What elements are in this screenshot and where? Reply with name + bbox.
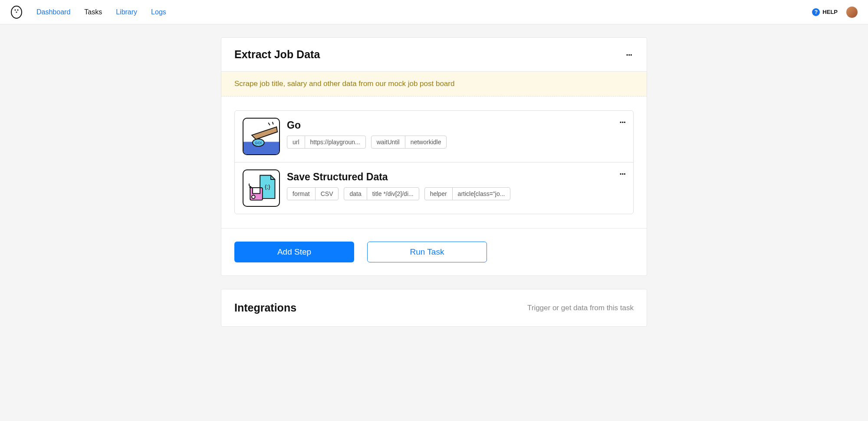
nav-library[interactable]: Library bbox=[116, 8, 137, 16]
add-step-button[interactable]: Add Step bbox=[234, 242, 354, 262]
param-waituntil[interactable]: waitUntil networkidle bbox=[371, 136, 447, 149]
svg-text:GO!: GO! bbox=[255, 141, 262, 145]
svg-text:{;}: {;} bbox=[265, 183, 270, 190]
integrations-card: Integrations Trigger or get data from th… bbox=[221, 289, 647, 327]
steps-container: GO! Go url https://playgroun... bbox=[221, 96, 647, 228]
param-format[interactable]: format CSV bbox=[287, 187, 339, 200]
param-data[interactable]: data title */div[2]/di... bbox=[344, 187, 419, 200]
svg-line-7 bbox=[273, 122, 273, 125]
step-params: format CSV data title */div[2]/di... hel… bbox=[287, 187, 625, 200]
nav-dashboard[interactable]: Dashboard bbox=[36, 8, 70, 16]
user-avatar[interactable] bbox=[846, 7, 858, 18]
param-value: article[class="jo... bbox=[453, 188, 510, 200]
step-more-button[interactable]: ··· bbox=[619, 169, 625, 178]
svg-point-1 bbox=[15, 9, 16, 10]
task-description-banner[interactable]: Scrape job title, salary and other data … bbox=[221, 72, 647, 96]
step-save-structured-data[interactable]: {;} Save Structured Data format bbox=[235, 162, 633, 214]
help-icon: ? bbox=[812, 8, 820, 16]
help-button[interactable]: ? HELP bbox=[812, 8, 838, 16]
step-title: Go bbox=[287, 119, 625, 131]
task-more-button[interactable]: ··· bbox=[624, 49, 634, 61]
nav-tasks[interactable]: Tasks bbox=[84, 8, 102, 16]
nav-right: ? HELP bbox=[812, 7, 858, 18]
param-key: helper bbox=[425, 188, 453, 200]
svg-line-6 bbox=[268, 123, 270, 126]
integrations-title: Integrations bbox=[234, 302, 296, 314]
task-card-header: Extract Job Data ··· bbox=[221, 38, 647, 72]
step-content: Save Structured Data format CSV data tit… bbox=[287, 169, 625, 200]
param-url[interactable]: url https://playgroun... bbox=[287, 136, 366, 149]
task-card: Extract Job Data ··· Scrape job title, s… bbox=[221, 37, 647, 276]
param-key: url bbox=[287, 136, 305, 148]
param-value: title */div[2]/di... bbox=[367, 188, 419, 200]
param-helper[interactable]: helper article[class="jo... bbox=[424, 187, 511, 200]
app-logo[interactable] bbox=[10, 5, 23, 19]
card-actions: Add Step Run Task bbox=[221, 228, 647, 275]
param-key: format bbox=[287, 188, 316, 200]
main-content: Extract Job Data ··· Scrape job title, s… bbox=[214, 37, 654, 327]
go-step-icon: GO! bbox=[243, 118, 280, 155]
step-title: Save Structured Data bbox=[287, 171, 625, 183]
help-label: HELP bbox=[822, 9, 838, 15]
step-content: Go url https://playgroun... waitUntil ne… bbox=[287, 118, 625, 149]
top-navigation: Dashboard Tasks Library Logs ? HELP bbox=[0, 0, 868, 24]
param-value: CSV bbox=[316, 188, 339, 200]
steps-list: GO! Go url https://playgroun... bbox=[234, 110, 634, 214]
svg-point-11 bbox=[252, 195, 255, 199]
step-go[interactable]: GO! Go url https://playgroun... bbox=[235, 111, 633, 162]
param-value: networkidle bbox=[405, 136, 447, 148]
svg-point-2 bbox=[17, 9, 19, 10]
nav-left: Dashboard Tasks Library Logs bbox=[10, 5, 166, 19]
integrations-header: Integrations Trigger or get data from th… bbox=[221, 289, 647, 326]
param-value: https://playgroun... bbox=[305, 136, 365, 148]
nav-links: Dashboard Tasks Library Logs bbox=[36, 8, 166, 16]
step-more-button[interactable]: ··· bbox=[619, 118, 625, 126]
svg-rect-10 bbox=[253, 188, 260, 193]
task-title: Extract Job Data bbox=[234, 48, 320, 61]
run-task-button[interactable]: Run Task bbox=[367, 242, 487, 262]
param-key: data bbox=[344, 188, 367, 200]
nav-logs[interactable]: Logs bbox=[151, 8, 166, 16]
step-params: url https://playgroun... waitUntil netwo… bbox=[287, 136, 625, 149]
save-data-step-icon: {;} bbox=[243, 169, 280, 207]
integrations-subtitle: Trigger or get data from this task bbox=[527, 304, 634, 312]
param-key: waitUntil bbox=[372, 136, 405, 148]
